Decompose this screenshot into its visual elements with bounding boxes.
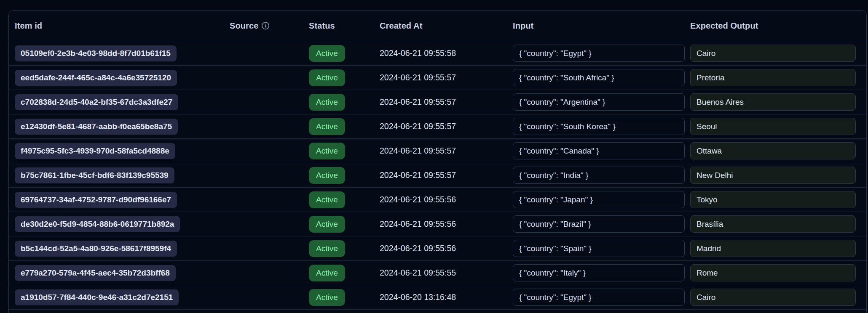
input-value-box[interactable]: { "country": "Egypt" } [513,289,685,306]
created-at-value: 2024-06-20 13:16:48 [380,292,456,302]
item-id-cell: 69764737-34af-4752-9787-d90df96166e7 [15,192,230,208]
column-header-expected-output[interactable]: Expected Output [690,21,861,31]
created-at-value: 2024-06-21 09:55:57 [380,122,456,131]
item-id-pill[interactable]: e779a270-579a-4f45-aec4-35b72d3bff68 [15,265,176,281]
created-at-cell: 2024-06-21 09:55:56 [380,219,513,229]
input-value-box[interactable]: { "country": "Egypt" } [513,45,685,62]
created-at-cell: 2024-06-21 09:55:57 [380,73,513,82]
item-id-pill[interactable]: b5c144cd-52a5-4a80-926e-58617f8959f4 [15,241,177,257]
expected-output-value-box[interactable]: Ottawa [690,142,856,159]
expected-output-value-box[interactable]: Seoul [690,118,856,135]
table-row[interactable]: eed5dafe-244f-465c-a84c-4a6e35725120 Act… [9,66,866,90]
column-header-created-at[interactable]: Created At [380,21,513,31]
column-header-source[interactable]: Source [230,21,309,31]
status-badge: Active [309,167,345,184]
status-badge: Active [309,69,345,86]
status-cell: Active [309,289,380,306]
input-value-box[interactable]: { "country": "Canada" } [513,142,685,159]
status-cell: Active [309,167,380,184]
expected-output-cell: Buenos Aires [690,93,861,111]
input-value-box[interactable]: { "country": "Spain" } [513,240,685,257]
input-value-box[interactable]: { "country": "India" } [513,167,685,184]
expected-output-value-box[interactable]: New Delhi [690,167,856,184]
expected-output-cell: Rome [690,264,861,281]
expected-output-value-box[interactable]: Pretoria [690,69,856,86]
table-row[interactable]: b75c7861-1fbe-45cf-bdf6-83f139c95539 Act… [9,163,866,188]
input-cell: { "country": "Egypt" } [513,289,690,306]
status-cell: Active [309,265,380,281]
input-value-box[interactable]: { "country": "Japan" } [513,191,685,208]
item-id-pill[interactable]: f4975c95-5fc3-4939-970d-58fa5cd4888e [15,143,175,159]
table-row[interactable]: a1910d57-7f84-440c-9e46-a31c2d7e2151 Act… [9,285,866,310]
table-row[interactable]: f4975c95-5fc3-4939-970d-58fa5cd4888e Act… [9,139,866,163]
item-id-pill[interactable]: a1910d57-7f84-440c-9e46-a31c2d7e2151 [15,289,179,305]
created-at-value: 2024-06-21 09:55:56 [380,219,456,229]
item-id-pill[interactable]: b75c7861-1fbe-45cf-bdf6-83f139c95539 [15,167,174,183]
expected-output-value-box[interactable]: Rome [690,264,856,281]
table-row[interactable]: 69764737-34af-4752-9787-d90df96166e7 Act… [9,188,866,212]
item-id-cell: de30d2e0-f5d9-4854-88b6-0619771b892a [15,216,230,232]
created-at-value: 2024-06-21 09:55:56 [380,244,456,253]
created-at-cell: 2024-06-21 09:55:56 [380,195,513,204]
input-cell: { "country": "South Korea" } [513,118,690,135]
table-row[interactable]: b5c144cd-52a5-4a80-926e-58617f8959f4 Act… [9,236,866,261]
expected-output-cell: Cairo [690,45,861,62]
input-value-box[interactable]: { "country": "Brazil" } [513,215,685,233]
status-cell: Active [309,45,380,62]
column-header-status[interactable]: Status [309,21,380,31]
expected-output-value-box[interactable]: Brasília [690,215,856,233]
table-row[interactable]: e12430df-5e81-4687-aabb-f0ea65be8a75 Act… [9,114,866,139]
column-header-item-id[interactable]: Item id [15,21,230,31]
created-at-value: 2024-06-21 09:55:55 [380,268,456,278]
item-id-pill[interactable]: de30d2e0-f5d9-4854-88b6-0619771b892a [15,216,180,232]
table-body: 05109ef0-2e3b-4e03-98dd-8f7d01b61f15 Act… [9,41,866,310]
created-at-value: 2024-06-21 09:55:58 [380,48,456,58]
input-value-box[interactable]: { "country": "Italy" } [513,264,685,281]
table-row[interactable]: 05109ef0-2e3b-4e03-98dd-8f7d01b61f15 Act… [9,41,866,66]
expected-output-value-box[interactable]: Madrid [690,240,856,257]
expected-output-cell: Ottawa [690,142,861,159]
input-value-box[interactable]: { "country": "Argentina" } [513,93,685,111]
created-at-cell: 2024-06-21 09:55:58 [380,48,513,58]
expected-output-value-box[interactable]: Cairo [690,45,856,62]
item-id-cell: 05109ef0-2e3b-4e03-98dd-8f7d01b61f15 [15,45,230,61]
expected-output-value-box[interactable]: Cairo [690,289,856,306]
column-header-label: Created At [380,21,422,31]
input-value-box[interactable]: { "country": "South Africa" } [513,69,685,86]
item-id-pill[interactable]: c702838d-24d5-40a2-bf35-67dc3a3dfe27 [15,94,178,110]
input-cell: { "country": "Italy" } [513,264,690,281]
table-row[interactable]: c702838d-24d5-40a2-bf35-67dc3a3dfe27 Act… [9,90,866,114]
expected-output-value-box[interactable]: Tokyo [690,191,856,208]
table-row[interactable]: e779a270-579a-4f45-aec4-35b72d3bff68 Act… [9,261,866,285]
item-id-cell: e12430df-5e81-4687-aabb-f0ea65be8a75 [15,119,230,135]
table-row[interactable]: de30d2e0-f5d9-4854-88b6-0619771b892a Act… [9,212,866,236]
input-value-box[interactable]: { "country": "South Korea" } [513,118,685,135]
input-cell: { "country": "Brazil" } [513,215,690,233]
item-id-cell: e779a270-579a-4f45-aec4-35b72d3bff68 [15,265,230,281]
item-id-pill[interactable]: 05109ef0-2e3b-4e03-98dd-8f7d01b61f15 [15,45,177,61]
created-at-cell: 2024-06-21 09:55:55 [380,268,513,278]
status-badge: Active [309,45,345,62]
item-id-cell: a1910d57-7f84-440c-9e46-a31c2d7e2151 [15,289,230,305]
input-cell: { "country": "South Africa" } [513,69,690,86]
item-id-pill[interactable]: eed5dafe-244f-465c-a84c-4a6e35725120 [15,70,177,86]
created-at-cell: 2024-06-21 09:55:57 [380,146,513,156]
status-badge: Active [309,94,345,111]
expected-output-cell: Cairo [690,289,861,306]
status-badge: Active [309,289,345,306]
info-icon[interactable] [261,21,270,30]
status-cell: Active [309,216,380,233]
created-at-value: 2024-06-21 09:55:57 [380,146,456,156]
column-header-label: Status [309,21,335,31]
status-cell: Active [309,191,380,208]
item-id-cell: f4975c95-5fc3-4939-970d-58fa5cd4888e [15,143,230,159]
item-id-cell: b5c144cd-52a5-4a80-926e-58617f8959f4 [15,241,230,257]
status-badge: Active [309,143,345,159]
expected-output-value-box[interactable]: Buenos Aires [690,93,856,111]
item-id-pill[interactable]: 69764737-34af-4752-9787-d90df96166e7 [15,192,177,208]
status-badge: Active [309,240,345,257]
item-id-pill[interactable]: e12430df-5e81-4687-aabb-f0ea65be8a75 [15,119,178,135]
status-cell: Active [309,118,380,135]
expected-output-cell: Brasília [690,215,861,233]
column-header-input[interactable]: Input [513,21,690,31]
